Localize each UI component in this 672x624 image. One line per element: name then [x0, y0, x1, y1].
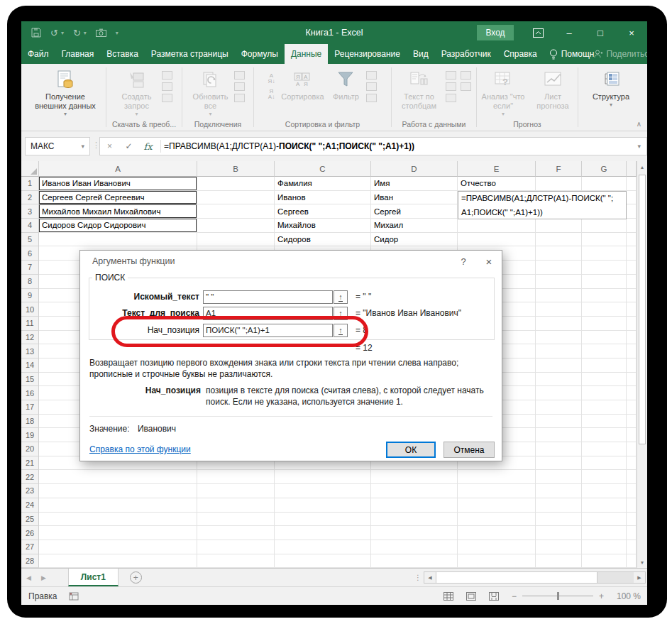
row-header-26[interactable]: 26 — [21, 526, 39, 540]
row-header-2[interactable]: 2 — [21, 191, 39, 205]
cell-B22[interactable] — [197, 470, 275, 484]
cell-H19[interactable] — [627, 428, 637, 442]
cell-F13[interactable] — [536, 344, 582, 358]
cell-G9[interactable] — [582, 289, 627, 303]
cell-B26[interactable] — [197, 526, 275, 540]
row-header-8[interactable]: 8 — [21, 275, 39, 289]
cell-H12[interactable] — [627, 331, 637, 345]
tab-formulas[interactable]: Формулы — [235, 44, 285, 64]
collapse-dialog-button[interactable]: ↑ — [334, 290, 348, 304]
cell-G14[interactable] — [582, 358, 627, 373]
cell-C1[interactable]: Фамилия — [275, 177, 371, 191]
cell-H4[interactable] — [627, 219, 637, 233]
cell-D5[interactable]: Сидор — [371, 233, 458, 247]
cell-G23[interactable] — [582, 484, 627, 498]
cell-F25[interactable] — [536, 513, 582, 527]
cell-H9[interactable] — [627, 289, 637, 303]
column-header-C[interactable]: C — [275, 161, 371, 177]
column-header-A[interactable]: A — [39, 161, 197, 177]
dialog-help-icon[interactable]: ? — [451, 251, 476, 272]
horizontal-scroll-track[interactable]: ◀ ▶ — [424, 571, 646, 584]
collapse-ribbon-icon[interactable]: ∧ — [637, 120, 641, 128]
cell-H28[interactable] — [627, 554, 637, 568]
row-header-17[interactable]: 17 — [21, 400, 39, 415]
cell-G1[interactable] — [582, 177, 627, 191]
cell-F20[interactable] — [536, 442, 582, 456]
row-header-1[interactable]: 1 — [21, 177, 39, 191]
add-sheet-button[interactable]: + — [130, 571, 142, 584]
cell-A26[interactable] — [39, 526, 197, 540]
cell-F12[interactable] — [536, 331, 582, 345]
row-header-18[interactable]: 18 — [21, 415, 39, 429]
cell-F6[interactable] — [536, 246, 582, 261]
row-header-22[interactable]: 22 — [21, 470, 39, 484]
field-input[interactable]: " " — [203, 290, 333, 304]
cell-D1[interactable]: Имя — [371, 177, 458, 191]
macro-record-icon[interactable] — [69, 592, 79, 601]
cell-D4[interactable]: Михаил — [371, 219, 458, 233]
cell-G19[interactable] — [582, 428, 627, 442]
cell-A3[interactable]: Михайлов Михаил Михайлович — [39, 204, 197, 219]
horizontal-scroll-thumb[interactable] — [436, 572, 597, 583]
cell-C4[interactable]: Михайлов — [275, 219, 371, 233]
cell-G21[interactable] — [582, 456, 627, 471]
cell-F27[interactable] — [536, 540, 582, 554]
sheet-tab-list1[interactable]: Лист1 — [68, 569, 119, 586]
cell-A4[interactable]: Сидоров Сидор Сидорович — [39, 219, 197, 233]
row-header-12[interactable]: 12 — [21, 331, 39, 345]
name-box-dropdown-icon[interactable]: ▾ — [81, 143, 84, 150]
field-input[interactable]: A1 — [203, 307, 333, 320]
cell-H26[interactable] — [627, 526, 637, 540]
cell-F24[interactable] — [536, 498, 582, 513]
cell-B5[interactable] — [197, 233, 275, 247]
vertical-scroll-thumb[interactable] — [639, 175, 646, 444]
cell-A1[interactable]: Иванов Иван Иванович — [39, 177, 197, 191]
cell-B28[interactable] — [197, 554, 275, 568]
scroll-right-icon[interactable]: ▶ — [634, 572, 645, 583]
cell-C5[interactable]: Сидоров — [275, 233, 371, 247]
page-layout-view-icon[interactable] — [466, 592, 476, 601]
cell-G12[interactable] — [582, 331, 627, 345]
cell-F19[interactable] — [536, 428, 582, 442]
sheet-nav-right-icon[interactable]: ▶ — [36, 569, 51, 586]
cell-B25[interactable] — [197, 513, 275, 527]
cell-D28[interactable] — [371, 554, 458, 568]
cell-H21[interactable] — [627, 456, 637, 471]
cell-F17[interactable] — [536, 400, 582, 415]
cell-D27[interactable] — [371, 540, 458, 554]
row-header-4[interactable]: 4 — [21, 219, 39, 233]
get-external-data-button[interactable]: Получение внешних данных ▾ — [30, 68, 101, 117]
close-button[interactable]: × — [616, 21, 647, 44]
row-header-25[interactable]: 25 — [21, 513, 39, 527]
cell-C25[interactable] — [275, 513, 371, 527]
zoom-level[interactable]: 100 % — [617, 591, 641, 601]
cell-D25[interactable] — [371, 513, 458, 527]
row-header-5[interactable]: 5 — [21, 233, 39, 247]
cell-B4[interactable] — [197, 219, 275, 233]
cell-G25[interactable] — [582, 513, 627, 527]
zoom-slider[interactable] — [522, 596, 593, 596]
cell-H16[interactable] — [627, 386, 637, 400]
cell-H13[interactable] — [627, 344, 637, 358]
cancel-entry-icon[interactable]: × — [100, 141, 119, 151]
structure-button[interactable]: Структура ▾ — [586, 68, 636, 108]
tab-data[interactable]: Данные — [285, 44, 328, 64]
row-header-9[interactable]: 9 — [21, 289, 39, 303]
cell-H17[interactable] — [627, 400, 637, 415]
sheet-nav-left-icon[interactable]: ◀ — [21, 569, 36, 586]
cell-G13[interactable] — [582, 344, 627, 358]
expand-formula-bar-icon[interactable]: ▾ — [637, 143, 646, 150]
cell-A25[interactable] — [39, 513, 197, 527]
tab-page-layout[interactable]: Разметка страницы — [145, 44, 235, 64]
cell-B27[interactable] — [197, 540, 275, 554]
tab-developer[interactable]: Разработчик — [435, 44, 497, 64]
sign-in-button[interactable]: Вход — [477, 25, 514, 40]
cell-F5[interactable] — [536, 233, 582, 247]
zoom-in-icon[interactable]: + — [599, 591, 604, 601]
cell-G16[interactable] — [582, 386, 627, 400]
cell-G7[interactable] — [582, 261, 627, 275]
cell-D26[interactable] — [371, 526, 458, 540]
cell-H5[interactable] — [627, 233, 637, 247]
insert-function-icon[interactable]: fx — [138, 141, 158, 152]
cell-G10[interactable] — [582, 302, 627, 317]
